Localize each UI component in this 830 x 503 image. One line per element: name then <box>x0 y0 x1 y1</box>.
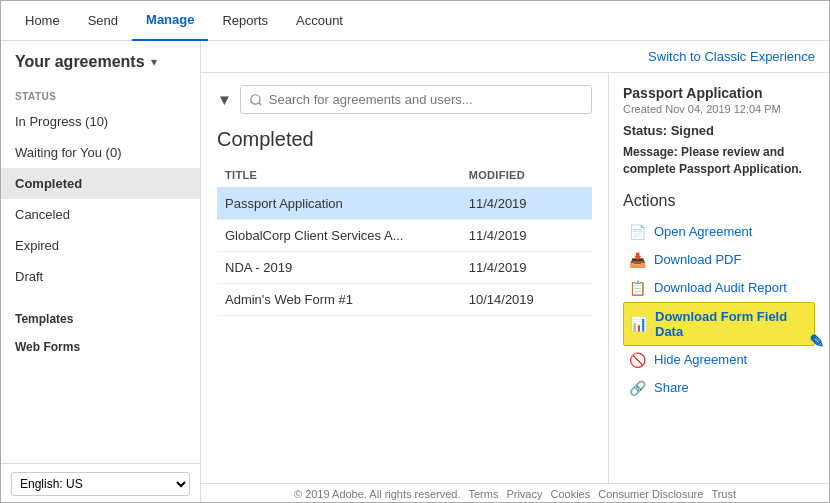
status-section-label: STATUS <box>1 83 200 106</box>
action-label: Open Agreement <box>654 224 752 239</box>
sidebar: Your agreements ▾ STATUS In Progress (10… <box>1 41 201 503</box>
sidebar-footer: English: US <box>1 463 200 503</box>
action-icon: 📋 <box>629 280 646 296</box>
action-icon: 🚫 <box>629 352 646 368</box>
action-item-share[interactable]: 🔗 Share <box>623 374 815 402</box>
sidebar-item-waiting[interactable]: Waiting for You (0) <box>1 137 200 168</box>
footer-consumer-disclosure[interactable]: Consumer Disclosure <box>598 488 703 500</box>
action-label: Download Audit Report <box>654 280 787 295</box>
sidebar-item-canceled[interactable]: Canceled <box>1 199 200 230</box>
col-title-header: TITLE <box>217 163 461 188</box>
action-item-download-audit-report[interactable]: 📋 Download Audit Report <box>623 274 815 302</box>
switch-classic-link[interactable]: Switch to Classic Experience <box>648 49 815 64</box>
nav-manage[interactable]: Manage <box>132 1 208 41</box>
top-nav: Home Send Manage Reports Account <box>1 1 829 41</box>
filter-icon[interactable]: ▼ <box>217 91 232 108</box>
table-row[interactable]: NDA - 2019 11/4/2019 <box>217 252 592 284</box>
nav-reports[interactable]: Reports <box>208 1 282 41</box>
agreements-table: TITLE MODIFIED Passport Application 11/4… <box>217 163 592 316</box>
row-modified: 11/4/2019 <box>461 188 592 220</box>
row-title: Admin's Web Form #1 <box>217 284 461 316</box>
sidebar-item-templates[interactable]: Templates <box>1 302 200 330</box>
sidebar-item-in-progress[interactable]: In Progress (10) <box>1 106 200 137</box>
content-area: Switch to Classic Experience ▼ Completed… <box>201 41 829 503</box>
footer-cookies[interactable]: Cookies <box>550 488 590 500</box>
section-title: Completed <box>217 128 592 151</box>
footer: © 2019 Adobe. All rights reserved. Terms… <box>201 483 829 503</box>
cursor-icon: ✎ <box>809 331 824 353</box>
table-row[interactable]: GlobalCorp Client Services A... 11/4/201… <box>217 220 592 252</box>
action-icon: 📥 <box>629 252 646 268</box>
search-input[interactable] <box>240 85 592 114</box>
detail-created: Created Nov 04, 2019 12:04 PM <box>623 103 815 115</box>
action-item-open-agreement[interactable]: 📄 Open Agreement <box>623 218 815 246</box>
sidebar-item-web-forms[interactable]: Web Forms <box>1 330 200 358</box>
nav-home[interactable]: Home <box>11 1 74 41</box>
col-modified-header: MODIFIED <box>461 163 592 188</box>
row-title: GlobalCorp Client Services A... <box>217 220 461 252</box>
chevron-down-icon[interactable]: ▾ <box>151 55 157 69</box>
table-row[interactable]: Admin's Web Form #1 10/14/2019 <box>217 284 592 316</box>
sidebar-item-completed[interactable]: Completed <box>1 168 200 199</box>
language-select[interactable]: English: US <box>11 472 190 496</box>
detail-status: Status: Signed <box>623 123 815 138</box>
footer-terms[interactable]: Terms <box>468 488 498 500</box>
action-label: Download Form Field Data <box>655 309 808 339</box>
action-icon: 📊 <box>630 316 647 332</box>
action-label: Download PDF <box>654 252 741 267</box>
detail-message: Message: Please review and complete Pass… <box>623 144 815 178</box>
nav-account[interactable]: Account <box>282 1 357 41</box>
actions-list: 📄 Open Agreement 📥 Download PDF 📋 Downlo… <box>623 218 815 402</box>
action-label: Share <box>654 380 689 395</box>
nav-send[interactable]: Send <box>74 1 132 41</box>
row-modified: 11/4/2019 <box>461 220 592 252</box>
footer-copyright: © 2019 Adobe. All rights reserved. <box>294 488 460 500</box>
action-item-download-form-field-data[interactable]: 📊 Download Form Field Data ✎ <box>623 302 815 346</box>
row-modified: 10/14/2019 <box>461 284 592 316</box>
action-icon: 📄 <box>629 224 646 240</box>
detail-title: Passport Application <box>623 85 815 101</box>
action-item-download-pdf[interactable]: 📥 Download PDF <box>623 246 815 274</box>
footer-privacy[interactable]: Privacy <box>506 488 542 500</box>
table-row[interactable]: Passport Application 11/4/2019 <box>217 188 592 220</box>
actions-title: Actions <box>623 192 815 210</box>
sidebar-item-draft[interactable]: Draft <box>1 261 200 292</box>
row-title: Passport Application <box>217 188 461 220</box>
footer-trust[interactable]: Trust <box>711 488 736 500</box>
row-modified: 11/4/2019 <box>461 252 592 284</box>
action-item-hide-agreement[interactable]: 🚫 Hide Agreement <box>623 346 815 374</box>
action-icon: 🔗 <box>629 380 646 396</box>
right-panel: Passport Application Created Nov 04, 201… <box>609 73 829 483</box>
sidebar-item-expired[interactable]: Expired <box>1 230 200 261</box>
middle-panel: ▼ Completed TITLE MODIFIED Passport Appl… <box>201 73 609 483</box>
sidebar-title: Your agreements <box>15 53 145 71</box>
action-label: Hide Agreement <box>654 352 747 367</box>
row-title: NDA - 2019 <box>217 252 461 284</box>
